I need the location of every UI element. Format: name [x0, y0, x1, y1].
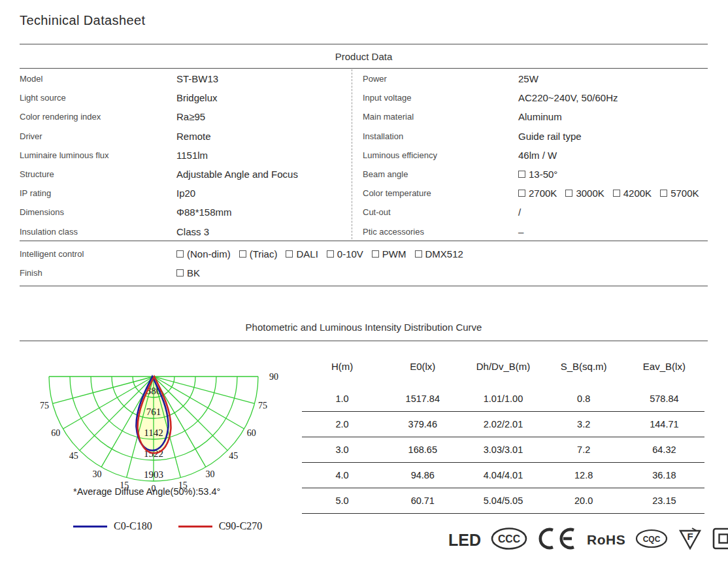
spec-value: Ra≥95: [176, 111, 205, 122]
spec-label: Luminaire luminous flux: [20, 150, 176, 160]
spec-row: InstallationGuide rail type: [363, 127, 708, 146]
legend-line-icon: [178, 526, 212, 528]
average-diffuse-angle-caption: *Average Diffuse Angle(50%):53.4°: [73, 486, 220, 497]
spec-label: Installation: [363, 131, 518, 141]
angle-label: 30: [93, 469, 102, 479]
spec-value: Aluminum: [518, 111, 562, 122]
spec-row: Luminous efficiency46lm / W: [363, 146, 708, 165]
ring-label: 761: [146, 407, 161, 417]
spec-label: Beam angle: [363, 169, 518, 179]
table-cell: 144.71: [624, 412, 704, 437]
ce-mark-icon: [537, 527, 578, 553]
product-data-section-title: Product Data: [20, 51, 708, 62]
spec-value: 13-50°: [518, 169, 557, 180]
svg-text:CQC: CQC: [643, 535, 661, 544]
spec-value: AC220~240V, 50/60Hz: [518, 92, 618, 103]
page-title: Techinical Datasheet: [20, 13, 146, 28]
checkbox-option-label: 13-50°: [529, 169, 557, 180]
table-cell: 7.2: [544, 437, 624, 463]
spec-row: Color temperature2700K3000K4200K5700K: [363, 184, 708, 203]
spec-label: Color temperature: [363, 188, 518, 198]
angle-label: 90: [269, 372, 278, 382]
checkbox-option: 2700K: [518, 188, 557, 199]
checkbox-option-label: DMX512: [425, 248, 463, 260]
checkbox-icon: [660, 190, 667, 197]
ccc-certification-icon: CCC: [490, 526, 528, 554]
checkbox-icon: [372, 250, 379, 258]
divider: [20, 341, 708, 341]
checkbox-option: 4200K: [613, 188, 652, 199]
spec-label: Driver: [20, 131, 176, 141]
column-header: E0(lx): [382, 360, 463, 386]
table-cell: 1517.84: [382, 386, 463, 412]
spec-label: IP rating: [20, 188, 176, 198]
spec-label: Color rendering index: [20, 112, 176, 122]
table-cell: 2.02/2.01: [463, 412, 543, 437]
checkbox-option: 5700K: [660, 188, 699, 199]
f-triangle-certification-icon: F: [678, 526, 703, 554]
spec-value: Φ88*158mm: [176, 207, 232, 218]
spec-value: 1151lm: [176, 150, 208, 161]
angle-label: 75: [258, 401, 267, 411]
led-mark: LED: [448, 531, 481, 550]
checkbox-option: DALI: [286, 248, 318, 260]
spec-row: Cut-out/: [363, 203, 708, 222]
checkbox-option: 3000K: [565, 188, 604, 199]
table-cell: 20.0: [544, 488, 624, 514]
checkbox-icon: [239, 250, 246, 258]
photometric-table: H(m)E0(lx)Dh/Dv_B(m)S_B(sq.m)Eav_B(lx) 1…: [302, 360, 704, 514]
legend-label: C90-C270: [219, 520, 263, 532]
checkbox-option: (Triac): [239, 248, 278, 260]
spec-row: Luminaire luminous flux1151lm: [20, 146, 346, 165]
table-cell: 1.0: [302, 386, 382, 412]
spec-value: 2700K3000K4200K5700K: [518, 188, 699, 199]
spec-row: DriverRemote: [20, 127, 346, 146]
spec-label: Input voltage: [363, 93, 518, 103]
spec-column-left: ModelST-BW13Light sourceBridgeluxColor r…: [20, 69, 346, 241]
spec-label: Power: [363, 74, 518, 84]
cqc-certification-icon: CQC: [635, 528, 669, 552]
spec-row: Main materialAluminum: [363, 107, 708, 126]
table-cell: 23.15: [624, 488, 704, 514]
table-cell: 3.0: [302, 437, 382, 463]
spec-value: Remote: [176, 131, 211, 142]
divider: [20, 241, 708, 241]
angle-label: 45: [229, 451, 238, 461]
angle-label: 30: [206, 469, 215, 479]
checkbox-option-label: 3000K: [576, 188, 604, 199]
column-header: Eav_B(lx): [624, 360, 704, 386]
checkbox-icon: [613, 190, 620, 197]
ring-label: 1142: [144, 428, 163, 438]
column-header: S_B(sq.m): [544, 360, 624, 386]
column-divider: [352, 69, 352, 239]
legend-label: C0-C180: [114, 520, 152, 532]
checkbox-icon: [518, 190, 525, 197]
table-row: 5.060.715.04/5.0520.023.15: [302, 488, 704, 514]
table-cell: 60.71: [382, 488, 463, 514]
spec-value: Guide rail type: [518, 131, 582, 142]
legend-item: C0-C180: [73, 520, 152, 532]
checkbox-option-label: 4200K: [623, 188, 652, 199]
table-cell: 2.0: [302, 412, 382, 437]
table-cell: 5.0: [302, 488, 382, 514]
checkbox-icon: [518, 171, 525, 178]
spec-value: –: [518, 226, 523, 237]
checkbox-option-label: 2700K: [529, 188, 557, 199]
spec-column-right: Power25WInput voltageAC220~240V, 50/60Hz…: [363, 69, 708, 241]
table-row: 4.094.864.04/4.0112.836.18: [302, 463, 704, 488]
ring-label: 1903: [144, 469, 163, 480]
table-cell: 3.03/3.01: [463, 437, 543, 463]
spec-value: Bridgelux: [176, 92, 218, 103]
datasheet-page: Techinical Datasheet Product Data ModelS…: [0, 0, 728, 570]
checkbox-icon: [565, 190, 572, 197]
photometric-section-title: Photometric and Luminous Intensity Distr…: [20, 322, 708, 333]
spec-row: ModelST-BW13: [20, 69, 346, 88]
spec-row: StructureAdjustable Angle and Focus: [20, 165, 346, 184]
checkbox-option-label: 0-10V: [337, 248, 363, 260]
spec-row: Color rendering indexRa≥95: [20, 107, 346, 126]
checkbox-option-label: PWM: [382, 248, 406, 260]
spec-value: Class 3: [176, 226, 209, 237]
spec-row: Beam angle13-50°: [363, 165, 708, 184]
spec-label: Ptic accessories: [363, 227, 518, 237]
table-row: 1.01517.841.01/1.000.8578.84: [302, 386, 704, 412]
